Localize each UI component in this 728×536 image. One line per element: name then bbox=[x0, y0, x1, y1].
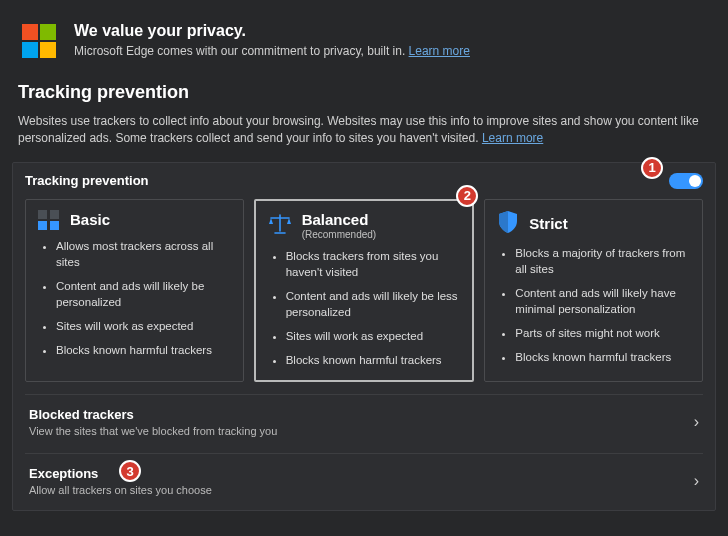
card-bullet: Sites will work as expected bbox=[286, 328, 461, 344]
level-card-basic[interactable]: Basic Allows most trackers across all si… bbox=[25, 199, 244, 383]
level-cards: Basic Allows most trackers across all si… bbox=[25, 199, 703, 383]
microsoft-logo-icon bbox=[22, 24, 56, 58]
card-title-basic: Basic bbox=[70, 211, 110, 228]
card-bullet: Blocks known harmful trackers bbox=[56, 342, 231, 358]
privacy-banner: We value your privacy. Microsoft Edge co… bbox=[12, 12, 716, 74]
card-bullet: Blocks known harmful trackers bbox=[286, 352, 461, 368]
card-bullet: Sites will work as expected bbox=[56, 318, 231, 334]
level-card-strict[interactable]: Strict Blocks a majority of trackers fro… bbox=[484, 199, 703, 383]
annotation-1: 1 bbox=[641, 157, 663, 179]
section-title: Tracking prevention bbox=[18, 82, 710, 103]
level-card-balanced[interactable]: 2 Balanced (Recommended) Blocks trackers… bbox=[254, 199, 475, 383]
chevron-right-icon: › bbox=[694, 413, 699, 431]
tracking-prevention-panel: 1 Tracking prevention Basic Allows most … bbox=[12, 162, 716, 512]
blocked-trackers-row[interactable]: Blocked trackers View the sites that we'… bbox=[25, 394, 703, 441]
card-subtitle-balanced: (Recommended) bbox=[302, 229, 376, 240]
card-bullet: Blocks known harmful trackers bbox=[515, 349, 690, 365]
panel-header: Tracking prevention bbox=[25, 173, 703, 189]
balance-icon bbox=[268, 213, 292, 238]
row-title: Blocked trackers bbox=[29, 407, 277, 422]
card-title-strict: Strict bbox=[529, 215, 567, 232]
banner-title: We value your privacy. bbox=[74, 22, 470, 40]
card-title-balanced: Balanced bbox=[302, 211, 376, 228]
row-subtitle: Allow all trackers on sites you choose bbox=[29, 484, 212, 496]
card-bullet: Parts of sites might not work bbox=[515, 325, 690, 341]
annotation-2: 2 bbox=[456, 185, 478, 207]
banner-learn-more-link[interactable]: Learn more bbox=[409, 44, 470, 58]
card-bullet: Content and ads will likely be personali… bbox=[56, 278, 231, 310]
banner-subtitle: Microsoft Edge comes with our commitment… bbox=[74, 44, 470, 58]
shield-icon bbox=[497, 210, 519, 237]
card-bullet: Blocks a majority of trackers from all s… bbox=[515, 245, 690, 277]
card-bullet: Allows most trackers across all sites bbox=[56, 238, 231, 270]
card-bullet: Content and ads will likely have minimal… bbox=[515, 285, 690, 317]
tracking-prevention-toggle[interactable] bbox=[669, 173, 703, 189]
card-bullet: Blocks trackers from sites you haven't v… bbox=[286, 248, 461, 280]
section-description: Websites use trackers to collect info ab… bbox=[18, 113, 710, 148]
section-learn-more-link[interactable]: Learn more bbox=[482, 131, 543, 145]
banner-text: We value your privacy. Microsoft Edge co… bbox=[74, 22, 470, 58]
exceptions-row[interactable]: 3 Exceptions Allow all trackers on sites… bbox=[25, 453, 703, 500]
row-subtitle: View the sites that we've blocked from t… bbox=[29, 425, 277, 437]
chevron-right-icon: › bbox=[694, 472, 699, 490]
basic-icon bbox=[38, 210, 60, 230]
panel-title: Tracking prevention bbox=[25, 173, 149, 188]
card-bullet: Content and ads will likely be less pers… bbox=[286, 288, 461, 320]
